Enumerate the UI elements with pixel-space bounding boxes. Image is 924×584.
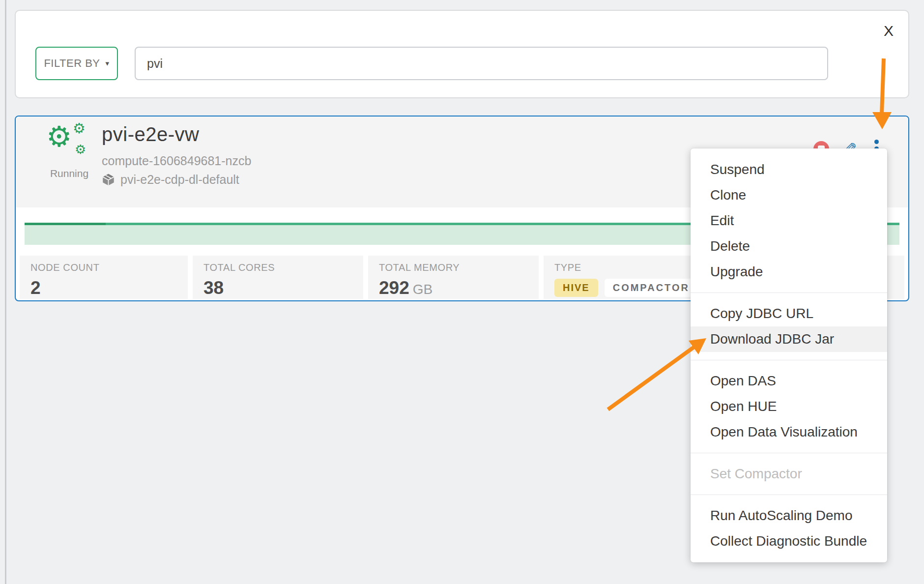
menu-item-set-compactor: Set Compactor <box>691 461 887 487</box>
stat-tile-total-cores: TOTAL CORES 38 <box>193 256 363 299</box>
progress-used-segment <box>25 223 106 225</box>
menu-item-run-autoscaling-demo[interactable]: Run AutoScaling Demo <box>691 503 887 528</box>
filter-by-label: FILTER BY <box>44 57 100 70</box>
badge-compactor: COMPACTOR <box>605 279 698 297</box>
warehouse-name: pvi-e2e-vw <box>102 122 251 146</box>
context-menu: SuspendCloneEditDeleteUpgradeCopy JDBC U… <box>691 148 887 562</box>
stat-value: 38 <box>203 278 224 298</box>
menu-item-edit[interactable]: Edit <box>691 208 887 234</box>
page-left-rule <box>5 0 6 584</box>
stat-tile-type: TYPE HIVE COMPACTOR D <box>544 256 714 299</box>
menu-item-copy-jdbc-url[interactable]: Copy JDBC URL <box>691 301 887 326</box>
filter-panel: X FILTER BY ▾ <box>15 10 909 98</box>
menu-item-open-hue[interactable]: Open HUE <box>691 394 887 419</box>
close-button[interactable]: X <box>881 21 896 41</box>
menu-item-delete[interactable]: Delete <box>691 234 887 259</box>
menu-item-upgrade[interactable]: Upgrade <box>691 259 887 285</box>
menu-group: Set Compactor <box>691 453 887 495</box>
filter-search-input[interactable] <box>135 47 828 80</box>
chevron-down-icon: ▾ <box>106 59 110 68</box>
stat-unit: GB <box>413 282 433 297</box>
badge-hive: HIVE <box>554 279 598 297</box>
menu-group: Run AutoScaling DemoCollect Diagnostic B… <box>691 495 887 562</box>
menu-item-open-data-visualization[interactable]: Open Data Visualization <box>691 419 887 445</box>
stat-tile-total-memory: TOTAL MEMORY 292GB <box>368 256 539 299</box>
warehouse-compute-id: compute-1606849681-nzcb <box>102 154 251 168</box>
stat-label: TOTAL CORES <box>203 262 363 273</box>
menu-group: SuspendCloneEditDeleteUpgrade <box>691 149 887 292</box>
status-label: Running <box>38 168 100 179</box>
stat-tile-node-count: NODE COUNT 2 <box>20 256 188 299</box>
filter-by-button[interactable]: FILTER BY ▾ <box>35 47 118 80</box>
menu-item-collect-diagnostic-bundle[interactable]: Collect Diagnostic Bundle <box>691 528 887 554</box>
stat-label: NODE COUNT <box>30 262 188 273</box>
warehouse-title-block: pvi-e2e-vw compute-1606849681-nzcb pvi-e… <box>102 122 251 187</box>
stat-value: 2 <box>30 278 41 298</box>
status-block: ⚙⚙⚙ Running <box>38 121 100 179</box>
stat-value: 292 <box>379 278 409 298</box>
warehouse-environment: pvi-e2e-cdp-dl-default <box>120 173 239 187</box>
menu-item-clone[interactable]: Clone <box>691 182 887 208</box>
virtual-warehouse-gears-icon: ⚙⚙⚙ <box>38 121 100 163</box>
datalake-cube-icon <box>102 173 115 186</box>
menu-item-download-jdbc-jar[interactable]: Download JDBC Jar <box>691 326 887 352</box>
menu-item-open-das[interactable]: Open DAS <box>691 368 887 394</box>
menu-group: Open DASOpen HUEOpen Data Visualization <box>691 360 887 453</box>
stat-label: TOTAL MEMORY <box>379 262 539 273</box>
menu-item-suspend[interactable]: Suspend <box>691 157 887 182</box>
menu-group: Copy JDBC URLDownload JDBC Jar <box>691 293 887 360</box>
